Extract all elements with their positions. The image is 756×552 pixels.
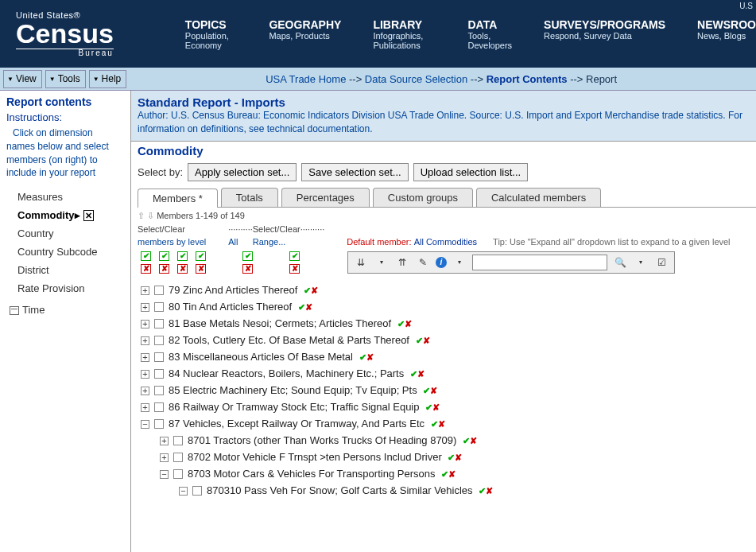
menu-tools[interactable]: ▼ Tools [45, 70, 86, 88]
x-icon[interactable]: ✘ [430, 386, 437, 395]
x-icon[interactable]: ✘ [417, 369, 425, 379]
node-checkbox[interactable] [173, 469, 183, 479]
node-checkbox[interactable] [154, 319, 164, 328]
level-clear-icon[interactable]: ✘ [177, 264, 188, 274]
sidebar-time[interactable]: Time [10, 304, 124, 316]
expand-tree-icon[interactable]: ⇊ [353, 255, 369, 270]
menu-view[interactable]: ▼ View [3, 70, 42, 88]
nav-item[interactable]: LIBRARYInfographics, Publications [373, 18, 436, 50]
expand-icon[interactable]: + [141, 320, 149, 328]
x-icon[interactable]: ✘ [470, 436, 477, 445]
node-checkbox[interactable] [154, 369, 164, 379]
expand-icon[interactable]: + [141, 303, 149, 312]
check-icon[interactable]: ✔ [423, 386, 430, 395]
members-by-level-link[interactable]: members by level [138, 237, 206, 247]
tab[interactable]: Totals [221, 188, 278, 207]
find-dropdown-icon[interactable] [633, 255, 649, 270]
select-found-icon[interactable]: ☑ [653, 255, 669, 270]
check-icon[interactable]: ✔ [441, 469, 448, 479]
check-icon[interactable]: ✔ [359, 352, 366, 362]
expand-icon[interactable]: + [141, 286, 149, 295]
x-icon[interactable]: ✘ [305, 302, 312, 312]
level-select-icon[interactable]: ✔ [196, 251, 206, 261]
node-checkbox[interactable] [154, 402, 164, 412]
collapse-tree-icon[interactable]: ⇈ [394, 255, 410, 270]
node-checkbox[interactable] [173, 436, 183, 445]
level-select-icon[interactable]: ✔ [159, 251, 169, 261]
x-icon[interactable]: ✘ [423, 336, 430, 345]
all-clear-icon[interactable]: ✘ [242, 264, 253, 274]
crumb-report[interactable]: Report [586, 73, 617, 85]
menu-help[interactable]: ▼ Help [89, 70, 127, 88]
dimension-item[interactable]: Commodity▸✕ [17, 206, 124, 224]
check-icon[interactable]: ✔ [479, 486, 486, 496]
upload-selection-button[interactable]: Upload selection list... [413, 163, 528, 181]
node-label[interactable]: 870310 Pass Veh For Snow; Golf Carts & S… [207, 484, 473, 496]
tab[interactable]: Percentages [281, 188, 370, 207]
all-link[interactable]: All [228, 237, 238, 247]
check-icon[interactable]: ✔ [463, 436, 470, 445]
expand-icon[interactable]: + [141, 353, 149, 362]
x-icon[interactable]: ✘ [486, 486, 493, 496]
tab[interactable]: Custom groups [373, 188, 473, 207]
level-clear-icon[interactable]: ✘ [141, 264, 151, 274]
census-logo[interactable]: United States® Census Bureau [16, 11, 114, 57]
up-arrow-icon[interactable]: ⇧ [138, 211, 145, 220]
level-select-icon[interactable]: ✔ [177, 251, 188, 261]
node-label[interactable]: 8703 Motor Cars & Vehicles For Transport… [188, 468, 435, 480]
check-icon[interactable]: ✔ [298, 302, 305, 312]
node-checkbox[interactable] [154, 302, 164, 312]
node-checkbox[interactable] [192, 486, 202, 496]
expand-icon[interactable]: + [141, 403, 149, 412]
node-checkbox[interactable] [173, 453, 183, 462]
check-icon[interactable]: ✔ [410, 369, 417, 379]
dimension-item[interactable]: District [17, 261, 124, 279]
range-link[interactable]: Range... [253, 237, 286, 247]
node-label[interactable]: 87 Vehicles, Except Railway Or Tramway, … [169, 418, 425, 430]
check-icon[interactable]: ✔ [304, 286, 311, 295]
nav-item[interactable]: GEOGRAPHYMaps, Products [269, 18, 341, 41]
close-icon[interactable]: ✕ [83, 210, 94, 221]
crumb-home[interactable]: USA Trade Home [266, 73, 346, 85]
range-clear-icon[interactable]: ✘ [289, 264, 300, 274]
node-checkbox[interactable] [154, 286, 164, 295]
x-icon[interactable]: ✘ [448, 469, 456, 479]
expand-icon[interactable]: + [160, 437, 169, 445]
save-selection-button[interactable]: Save selection set... [301, 163, 408, 181]
node-checkbox[interactable] [154, 336, 164, 345]
x-icon[interactable]: ✘ [405, 319, 412, 328]
node-label[interactable]: 86 Railway Or Tramway Stock Etc; Traffic… [169, 401, 420, 413]
collapse-icon[interactable]: − [141, 420, 149, 429]
x-icon[interactable]: ✘ [432, 402, 440, 412]
collapse-icon[interactable]: − [179, 487, 188, 496]
node-label[interactable]: 83 Miscellaneous Articles Of Base Metal [169, 351, 353, 363]
level-clear-icon[interactable]: ✘ [196, 264, 206, 274]
dimension-item[interactable]: Country [17, 224, 124, 243]
tab[interactable]: Members * [138, 189, 218, 208]
info-icon[interactable]: i [436, 257, 447, 268]
check-icon[interactable]: ✔ [416, 336, 423, 345]
node-label[interactable]: 80 Tin And Articles Thereof [169, 301, 292, 313]
expand-icon[interactable]: + [160, 453, 169, 462]
node-label[interactable]: 8701 Tractors (other Than Works Trucks O… [188, 434, 456, 446]
expand-icon[interactable]: + [141, 370, 149, 379]
nav-item[interactable]: SURVEYS/PROGRAMSRespond, Survey Data [544, 18, 665, 41]
dimension-item[interactable]: Country Subcode [17, 243, 124, 261]
search-input[interactable] [472, 255, 607, 270]
check-icon[interactable]: ✔ [397, 319, 405, 328]
all-select-icon[interactable]: ✔ [242, 251, 253, 261]
down-arrow-icon[interactable]: ⇩ [147, 211, 154, 220]
node-label[interactable]: 8702 Motor Vehicle F Trnspt >ten Persons… [188, 451, 442, 463]
x-icon[interactable]: ✘ [455, 453, 462, 462]
node-checkbox[interactable] [154, 386, 164, 395]
range-select-icon[interactable]: ✔ [289, 251, 300, 261]
options-dropdown-icon[interactable] [452, 255, 467, 270]
tab[interactable]: Calculated members [476, 188, 601, 207]
node-label[interactable]: 79 Zinc And Articles Thereof [169, 284, 297, 296]
expand-icon[interactable]: + [141, 336, 149, 345]
nav-item[interactable]: DATATools, Developers [467, 18, 512, 50]
expand-dropdown-icon[interactable] [374, 255, 390, 270]
expand-icon[interactable]: + [141, 387, 149, 395]
dimension-item[interactable]: Rate Provision [17, 279, 124, 297]
node-checkbox[interactable] [154, 352, 164, 362]
